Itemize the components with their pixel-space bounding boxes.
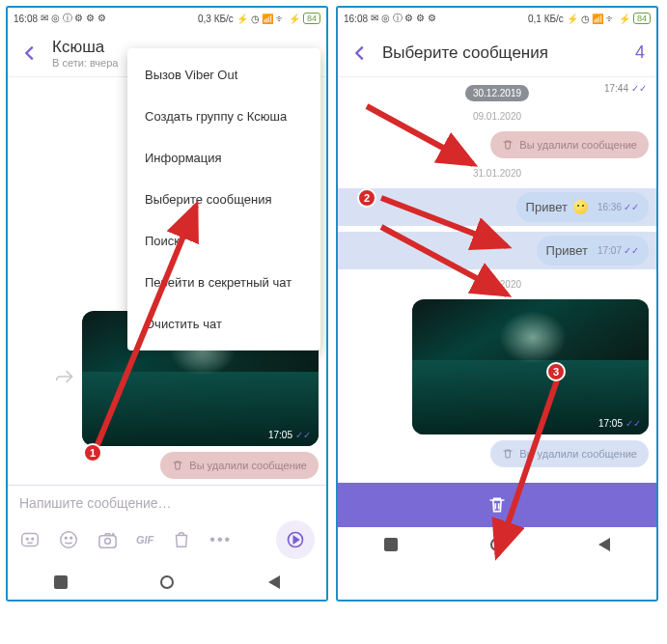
deleted-message[interactable]: Вы удалили сообщение [490, 131, 649, 158]
message-input[interactable]: Напишите сообщение… [19, 495, 315, 511]
menu-info[interactable]: Информация [127, 137, 320, 179]
image-ts: 17:05 ✓✓ [598, 418, 641, 429]
date-plain: 31.01.2020 [346, 168, 649, 179]
android-navbar [338, 527, 656, 562]
nav-home[interactable] [160, 575, 174, 589]
svg-point-5 [70, 537, 72, 539]
date-plain: 09.01.2020 [346, 111, 649, 122]
svg-rect-6 [99, 535, 116, 546]
message-bubble: Привет 16:36 ✓✓ [516, 192, 649, 222]
date-plain: 03.02.2020 [346, 279, 649, 290]
trash-icon [502, 448, 514, 460]
svg-rect-0 [22, 534, 39, 546]
deleted-message[interactable]: Вы удалили сообщение [490, 440, 649, 467]
sticker-icon[interactable] [19, 529, 41, 550]
gif-icon[interactable]: GIF [136, 534, 153, 546]
camera-icon[interactable] [97, 529, 119, 551]
phone-right: 16:08 ✉ ◎ ⓘ ⚙ ⚙ ⚙ 0,1 КБ/с ⚡ ◷ 📶 ᯤ ⚡ 84 … [336, 6, 658, 602]
selection-title: Выберите сообщения [382, 43, 624, 63]
input-bar: Напишите сообщение… GIF ••• [8, 485, 326, 565]
svg-point-7 [105, 538, 111, 544]
svg-point-2 [32, 538, 34, 540]
trash-icon [172, 460, 183, 471]
menu-select-messages[interactable]: Выберите сообщения [127, 179, 320, 220]
trash-icon [487, 495, 507, 515]
more-icon[interactable]: ••• [209, 531, 232, 548]
nav-recent[interactable] [54, 575, 68, 589]
statusbar: 16:08 ✉ ◎ ⓘ ⚙ ⚙ ⚙ 0,3 КБ/с ⚡ ◷ 📶 ᯤ ⚡ 84 [8, 8, 326, 29]
android-navbar [8, 565, 326, 600]
menu-create-group[interactable]: Создать группу с Ксюша [127, 96, 320, 137]
menu-viber-out[interactable]: Вызов Viber Out [127, 54, 320, 96]
smile-emoji [573, 200, 588, 214]
battery-badge: 84 [303, 13, 320, 24]
sb-speed: 0,3 КБ/с [198, 14, 234, 24]
menu-secret-chat[interactable]: Перейти в секретный чат [127, 262, 320, 303]
deleted-message-row: Вы удалили сообщение [346, 440, 649, 467]
statusbar: 16:08 ✉ ◎ ⓘ ⚙ ⚙ ⚙ 0,1 КБ/с ⚡ ◷ 📶 ᯤ ⚡ 84 [338, 8, 656, 29]
back-icon[interactable] [349, 42, 371, 64]
svg-point-4 [65, 537, 67, 539]
annotation-badge-1: 1 [83, 443, 102, 462]
nav-back[interactable] [597, 538, 610, 551]
nav-recent[interactable] [384, 538, 398, 551]
sb-speed: 0,1 КБ/с [528, 14, 564, 24]
image-message[interactable]: 17:05 ✓✓ [412, 299, 649, 434]
message-bubble: Привет 17:07 ✓✓ [537, 236, 649, 266]
deleted-message-row: Вы удалили сообщение [15, 452, 319, 479]
nav-home[interactable] [490, 538, 504, 551]
annotation-badge-2: 2 [357, 188, 376, 208]
date-chip: 30.12.2019 [465, 85, 529, 101]
send-button[interactable] [276, 520, 315, 559]
menu-clear-chat[interactable]: Очистить чат [127, 303, 320, 345]
back-icon[interactable] [19, 42, 41, 64]
message-row-selected[interactable]: Привет 17:07 ✓✓ [338, 232, 656, 269]
prev-msg-ts: 17:44 ✓✓ [604, 83, 647, 94]
nav-back[interactable] [266, 575, 280, 589]
chat-area: 17:44 ✓✓ 30.12.2019 09.01.2020 Вы удалил… [338, 77, 656, 483]
forward-icon[interactable] [55, 367, 74, 390]
deleted-message-row: Вы удалили сообщение [346, 131, 649, 158]
shop-icon[interactable] [171, 529, 192, 550]
svg-point-3 [61, 532, 77, 548]
menu-search[interactable]: Поиск [127, 220, 320, 262]
deleted-message: Вы удалили сообщение [160, 452, 319, 479]
emoji-icon[interactable] [58, 529, 79, 550]
appbar: Выберите сообщения 4 [338, 29, 656, 77]
image-message-row: 17:05 ✓✓ [346, 299, 649, 434]
phone-left: 16:08 ✉ ◎ ⓘ ⚙ ⚙ ⚙ 0,3 КБ/с ⚡ ◷ 📶 ᯤ ⚡ 84 … [6, 6, 328, 602]
trash-icon [502, 139, 514, 151]
selection-count: 4 [635, 42, 645, 63]
options-menu: Вызов Viber Out Создать группу с Ксюша И… [127, 48, 320, 350]
delete-bar[interactable] [338, 483, 656, 527]
sb-time: 16:08 [344, 14, 368, 24]
svg-point-1 [26, 538, 28, 540]
battery-badge: 84 [633, 13, 651, 24]
annotation-badge-3: 3 [546, 362, 566, 381]
message-row-selected[interactable]: Привет 16:36 ✓✓ [338, 188, 656, 226]
sb-time: 16:08 [14, 14, 38, 24]
image-ts: 17:05 ✓✓ [268, 430, 311, 440]
